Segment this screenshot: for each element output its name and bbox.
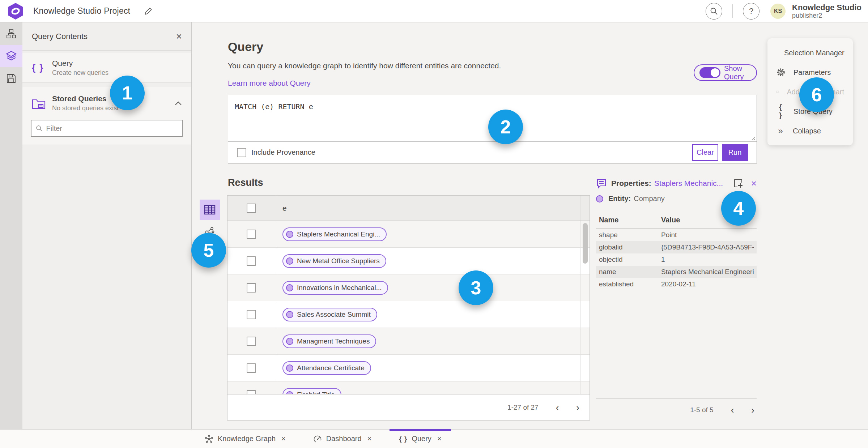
chevron-right-icon: › bbox=[576, 402, 579, 413]
close-tab-button[interactable]: × bbox=[367, 435, 372, 443]
properties-pagination: 1-5 of 5 ‹ › bbox=[596, 398, 757, 421]
entity-swatch-icon bbox=[596, 195, 603, 202]
stored-queries-label: Stored Queries bbox=[52, 94, 119, 103]
table-icon bbox=[204, 204, 216, 215]
prev-page-button[interactable]: ‹ bbox=[556, 403, 559, 412]
table-row[interactable]: Innovations in Mechanical... bbox=[227, 274, 590, 301]
include-provenance-checkbox[interactable] bbox=[237, 148, 246, 157]
row-checkbox[interactable] bbox=[247, 310, 256, 319]
table-view-button[interactable] bbox=[200, 200, 220, 220]
search-icon bbox=[36, 125, 43, 132]
row-checkbox[interactable] bbox=[247, 230, 256, 239]
properties-table: Name Value shape Point globalid {5D9B471… bbox=[596, 214, 757, 290]
hierarchy-icon bbox=[6, 28, 17, 39]
edit-title-button[interactable] bbox=[142, 5, 154, 17]
save-icon bbox=[6, 73, 16, 84]
table-row[interactable]: Attendance Certificate bbox=[227, 355, 590, 381]
close-icon: × bbox=[751, 178, 757, 189]
property-row: objectid 1 bbox=[596, 253, 757, 266]
clear-button[interactable]: Clear bbox=[692, 144, 718, 161]
entity-dot-icon bbox=[286, 364, 293, 372]
row-checkbox[interactable] bbox=[247, 363, 256, 373]
entity-pill[interactable]: Staplers Mechanical Engi... bbox=[282, 227, 387, 241]
rail-item-link-chart[interactable] bbox=[0, 22, 22, 45]
tab-dashboard[interactable]: Dashboard × bbox=[304, 430, 381, 448]
pencil-icon bbox=[144, 7, 153, 16]
chevron-left-icon: ‹ bbox=[556, 402, 559, 413]
close-tab-button[interactable]: × bbox=[437, 435, 442, 443]
prev-page-button[interactable]: ‹ bbox=[731, 405, 734, 415]
selection-manager-button[interactable]: Selection Manager bbox=[767, 45, 853, 61]
entity-label: Entity: bbox=[608, 195, 631, 203]
show-query-toggle[interactable]: Show Query bbox=[694, 64, 757, 81]
query-item[interactable]: { } Query Create new queries bbox=[22, 53, 191, 83]
run-button[interactable]: Run bbox=[722, 144, 748, 161]
app-logo-icon bbox=[7, 3, 24, 20]
collapse-panel-button[interactable]: » Collapse bbox=[767, 123, 853, 139]
close-icon: × bbox=[367, 435, 372, 443]
close-panel-button[interactable]: × bbox=[176, 31, 182, 42]
tab-query[interactable]: { } Query × bbox=[390, 430, 451, 448]
value-column-header: Value bbox=[661, 216, 680, 224]
main-content: Query You can query a knowledge graph to… bbox=[192, 22, 868, 429]
results-table-header: e bbox=[227, 196, 590, 221]
collapse-section-button[interactable] bbox=[175, 101, 182, 106]
entity-pill[interactable]: New Metal Office Suppliers bbox=[282, 254, 386, 268]
rail-item-save[interactable] bbox=[0, 67, 22, 90]
learn-more-link[interactable]: Learn more about Query bbox=[228, 79, 311, 88]
row-checkbox[interactable] bbox=[247, 256, 256, 266]
row-checkbox[interactable] bbox=[247, 337, 256, 346]
next-page-button[interactable]: › bbox=[576, 403, 579, 412]
entity-dot-icon bbox=[286, 311, 293, 318]
search-button[interactable] bbox=[706, 3, 722, 20]
account-info[interactable]: Knowledge Studio publisher2 bbox=[792, 3, 861, 20]
rail-item-contents[interactable] bbox=[0, 45, 22, 67]
close-tab-button[interactable]: × bbox=[281, 435, 286, 443]
toggle-knob bbox=[711, 68, 719, 77]
account-username: publisher2 bbox=[792, 12, 861, 20]
knowledge-graph-icon bbox=[205, 435, 213, 443]
query-contents-panel: Query Contents × { } Query Create new qu… bbox=[22, 22, 192, 448]
close-properties-button[interactable]: × bbox=[751, 179, 757, 188]
entity-value: Company bbox=[634, 195, 665, 203]
add-to-button[interactable] bbox=[733, 178, 743, 188]
page-title: Query bbox=[228, 40, 263, 54]
row-checkbox[interactable] bbox=[247, 283, 256, 293]
property-row: established 2020-02-11 bbox=[596, 278, 757, 290]
left-icon-rail: » bbox=[0, 22, 22, 448]
braces-icon: { } bbox=[776, 103, 786, 120]
braces-icon: { } bbox=[32, 62, 44, 73]
avatar[interactable]: KS bbox=[770, 4, 786, 19]
double-chevron-right-icon: » bbox=[776, 126, 785, 136]
stored-queries-header[interactable]: Stored Queries No stored queries exist bbox=[22, 87, 191, 115]
braces-icon: { } bbox=[399, 435, 407, 443]
table-row[interactable]: Sales Associate Summit bbox=[227, 301, 590, 328]
filter-input[interactable] bbox=[46, 124, 178, 133]
query-item-description: Create new queries bbox=[52, 69, 109, 77]
bottom-tab-bar: Knowledge Graph × Dashboard × { } Query … bbox=[0, 429, 868, 448]
table-row[interactable]: Managment Techniques bbox=[227, 328, 590, 355]
select-all-checkbox[interactable] bbox=[247, 204, 256, 213]
app-window: Knowledge Studio Project ? KS Knowledge … bbox=[0, 0, 868, 448]
panel-header: Query Contents × bbox=[22, 22, 191, 51]
help-button[interactable]: ? bbox=[743, 3, 760, 20]
add-square-icon bbox=[733, 178, 743, 188]
help-icon: ? bbox=[749, 7, 753, 16]
parameters-button[interactable]: Parameters bbox=[767, 64, 853, 80]
property-row: shape Point bbox=[596, 229, 757, 241]
entity-pill[interactable]: Attendance Certificate bbox=[282, 361, 371, 375]
gear-icon bbox=[776, 68, 786, 77]
chevron-right-icon: › bbox=[751, 405, 754, 415]
entity-pill[interactable]: Managment Techniques bbox=[282, 334, 376, 348]
include-provenance-label: Include Provenance bbox=[251, 148, 315, 157]
entity-pill[interactable]: Sales Associate Summit bbox=[282, 308, 377, 321]
table-row[interactable]: Staplers Mechanical Engi... bbox=[227, 221, 590, 248]
folder-icon bbox=[32, 97, 46, 110]
tab-knowledge-graph[interactable]: Knowledge Graph × bbox=[195, 430, 295, 448]
table-row[interactable]: New Metal Office Suppliers bbox=[227, 248, 590, 274]
properties-entity-link[interactable]: Staplers Mechanic... bbox=[654, 179, 723, 188]
search-icon bbox=[710, 7, 718, 15]
entity-pill[interactable]: Innovations in Mechanical... bbox=[282, 281, 388, 295]
resize-handle-icon[interactable] bbox=[750, 136, 755, 141]
next-page-button[interactable]: › bbox=[751, 405, 754, 415]
